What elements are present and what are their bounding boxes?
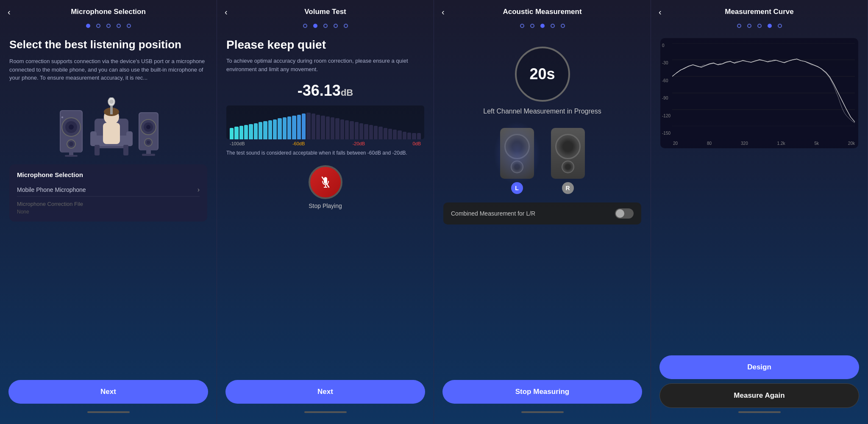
mic-box-title: Microphone Selection <box>17 171 200 178</box>
vu-bar <box>364 124 368 139</box>
content-3: 20s Left Channel Measurement in Progress… <box>434 34 651 376</box>
vu-bar <box>283 117 287 139</box>
dot-2-4 <box>334 24 338 28</box>
measurement-chart: 0 -30 -60 -90 -120 -150 <box>660 38 858 148</box>
mic-option-row[interactable]: Mobile Phone Microphone › <box>17 183 200 197</box>
home-indicator-3 <box>521 411 564 413</box>
svg-point-6 <box>69 142 73 146</box>
vu-bar <box>393 130 397 139</box>
vu-label-20: -20dB <box>353 141 365 146</box>
dot-1-4 <box>117 24 121 28</box>
y-label-120: -120 <box>662 114 670 118</box>
dot-3-3 <box>540 24 545 28</box>
x-label-20: 20 <box>673 141 678 146</box>
screen-measurement-curve: ‹ Measurement Curve 0 -30 -60 -90 -120 -… <box>651 0 868 424</box>
measurement-status: Left Channel Measurement in Progress <box>443 108 641 115</box>
vu-bar <box>278 118 281 139</box>
header-4: ‹ Measurement Curve <box>651 0 868 20</box>
dot-4-3 <box>757 24 762 28</box>
content-1: Select the best listening position Room … <box>0 34 217 376</box>
vu-bar <box>316 115 320 139</box>
svg-point-26 <box>146 125 150 129</box>
listening-illustration <box>9 89 207 157</box>
screen-microphone-selection: ‹ Microphone Selection Select the best l… <box>0 0 217 424</box>
vu-bar <box>407 133 411 139</box>
y-label-150: -150 <box>662 131 670 136</box>
vu-bar <box>268 120 272 139</box>
speaker-right-icon <box>137 110 160 157</box>
stop-measuring-button[interactable]: Stop Measuring <box>442 380 642 404</box>
mic-correction-label: Microphone Correction File <box>17 201 200 207</box>
vu-bar <box>239 126 243 139</box>
dot-3-4 <box>551 24 555 28</box>
dot-4-4 <box>768 24 772 28</box>
dot-3-1 <box>520 24 524 28</box>
speakers-illustration: L R <box>443 128 641 194</box>
heading-2: Please keep quiet <box>226 38 424 52</box>
progress-dots-4 <box>651 20 868 34</box>
mic-selection-box: Microphone Selection Mobile Phone Microp… <box>9 164 207 222</box>
chart-x-labels: 20 80 320 1.2k 5k 20k <box>673 141 855 146</box>
mic-option-label: Mobile Phone Microphone <box>17 186 86 193</box>
screen-title-3: Acoustic Measurement <box>503 8 581 16</box>
vu-bar <box>412 133 416 139</box>
back-arrow-3[interactable]: ‹ <box>442 7 445 17</box>
vu-bar <box>230 128 234 139</box>
next-button-1[interactable]: Next <box>8 380 208 404</box>
y-label-30: -30 <box>662 61 670 65</box>
combined-toggle-switch[interactable] <box>615 208 634 219</box>
content-2: Please keep quiet To achieve optimal acc… <box>217 34 434 376</box>
driver-small-right <box>562 161 574 173</box>
y-label-90: -90 <box>662 96 670 100</box>
svg-rect-12 <box>90 131 97 146</box>
vu-bar <box>326 116 330 139</box>
back-arrow-2[interactable]: ‹ <box>225 7 228 17</box>
screen-volume-test: ‹ Volume Test Please keep quiet To achie… <box>217 0 434 424</box>
dot-1-1 <box>86 24 90 28</box>
design-button[interactable]: Design <box>659 355 859 379</box>
home-indicator-4 <box>738 411 781 413</box>
x-label-20k: 20k <box>848 141 855 146</box>
svg-rect-7 <box>61 116 63 118</box>
y-label-60: -60 <box>662 78 670 83</box>
vu-bar <box>345 120 349 139</box>
svg-rect-15 <box>123 145 128 155</box>
person-seated-icon <box>86 97 137 157</box>
footer-3: Stop Measuring <box>434 376 651 424</box>
x-label-5k: 5k <box>814 141 819 146</box>
timer-value: 20s <box>529 65 555 83</box>
speaker-unit-left: L <box>500 128 534 194</box>
vu-bar <box>312 114 315 139</box>
vu-bar <box>273 119 277 139</box>
vu-bar <box>335 118 339 139</box>
stop-playing-button[interactable] <box>309 165 342 199</box>
vu-bar <box>244 125 248 139</box>
vu-bar <box>287 116 291 139</box>
home-indicator-1 <box>87 411 130 413</box>
chevron-icon: › <box>198 186 200 194</box>
vu-bar <box>259 122 262 139</box>
vu-bar <box>340 119 344 139</box>
dot-3-2 <box>530 24 534 28</box>
header-2: ‹ Volume Test <box>217 0 434 20</box>
stop-playing-label: Stop Playing <box>226 202 424 209</box>
back-arrow-1[interactable]: ‹ <box>8 7 11 17</box>
heading-1: Select the best listening position <box>9 38 207 51</box>
screen-title-1: Microphone Selection <box>71 8 146 16</box>
vu-bar <box>369 125 373 139</box>
mic-mute-icon <box>319 175 332 189</box>
screen-title-4: Measurement Curve <box>725 8 794 16</box>
next-button-2[interactable]: Next <box>225 380 425 404</box>
y-label-0: 0 <box>662 43 670 48</box>
measure-again-button[interactable]: Measure Again <box>659 383 859 408</box>
vu-bar <box>249 124 253 139</box>
toggle-knob <box>616 209 624 218</box>
vu-label-0: 0dB <box>412 141 421 146</box>
vu-bar <box>234 127 238 139</box>
back-arrow-4[interactable]: ‹ <box>659 7 662 17</box>
screen-acoustic-measurement: ‹ Acoustic Measurement 20s Left Channel … <box>434 0 651 424</box>
vu-meter: -100dB -60dB -20dB 0dB <box>226 105 424 146</box>
svg-point-28 <box>147 141 150 144</box>
chart-y-labels: 0 -30 -60 -90 -120 -150 <box>662 43 670 136</box>
dot-1-2 <box>96 24 100 28</box>
